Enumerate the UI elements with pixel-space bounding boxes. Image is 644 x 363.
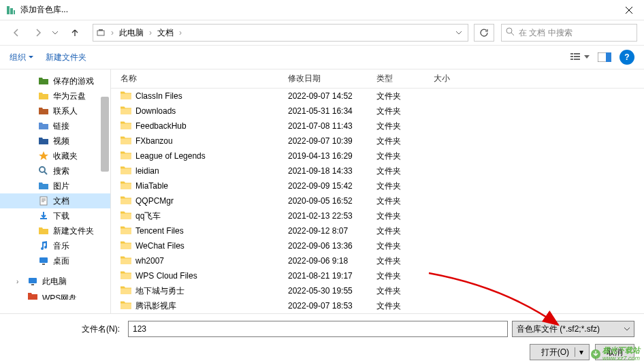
file-row[interactable]: qq飞车2021-02-13 22:53文件夹 (111, 208, 644, 223)
breadcrumb-current[interactable]: 文档 (155, 26, 176, 40)
breadcrumb-root[interactable]: 此电脑 (116, 26, 146, 40)
file-row[interactable]: WPS Cloud Files2021-08-21 19:17文件夹 (111, 268, 644, 283)
file-date: 2022-09-06 9:18 (288, 256, 376, 266)
svg-rect-11 (574, 59, 580, 60)
history-dropdown[interactable] (50, 31, 60, 35)
file-row[interactable]: QQPCMgr2020-09-05 16:52文件夹 (111, 193, 644, 208)
file-type: 文件夹 (376, 240, 434, 252)
search-icon (38, 165, 49, 176)
svg-rect-2 (14, 10, 15, 14)
file-date: 2022-09-07 14:52 (288, 91, 376, 101)
folder-icon (120, 195, 131, 207)
new-folder-button[interactable]: 新建文件夹 (46, 52, 86, 63)
file-name: FeedbackHub (135, 121, 187, 131)
sidebar-item-link[interactable]: 链接 (0, 119, 110, 133)
star-icon (38, 151, 49, 161)
sidebar-item-star[interactable]: 收藏夹 (0, 148, 110, 163)
sidebar-item-contacts[interactable]: 联系人 (0, 104, 110, 119)
sidebar-item-doc[interactable]: 文档 (0, 193, 110, 208)
svg-rect-4 (99, 29, 103, 31)
scrollbar-thumb[interactable] (101, 97, 109, 172)
file-row[interactable]: Tencent Files2022-09-12 8:07文件夹 (111, 223, 644, 238)
sidebar-item-folder[interactable]: 新建文件夹 (0, 223, 110, 238)
picture-icon (38, 180, 49, 191)
file-name: Tencent Files (135, 226, 184, 236)
close-button[interactable] (613, 0, 644, 20)
desktop-icon (38, 255, 49, 266)
cancel-button[interactable]: 取消 (595, 344, 634, 360)
folder-icon (38, 225, 49, 236)
folder-icon (120, 165, 131, 177)
svg-rect-8 (570, 56, 573, 57)
open-dropdown-icon[interactable]: ▾ (575, 347, 583, 357)
file-row[interactable]: League of Legends2019-04-13 16:29文件夹 (111, 148, 644, 163)
expand-icon[interactable]: › (16, 278, 18, 285)
column-date[interactable]: 修改日期 (288, 73, 376, 84)
folder-icon (120, 106, 131, 117)
file-row[interactable]: FXbanzou2022-09-07 10:39文件夹 (111, 133, 644, 148)
sidebar-item-label: 此电脑 (42, 276, 67, 287)
open-button[interactable]: 打开(O)▾ (530, 344, 590, 360)
sidebar-item-music[interactable]: 音乐 (0, 238, 110, 253)
svg-rect-10 (570, 59, 573, 60)
sidebar-item-label: 文档 (53, 195, 69, 207)
refresh-button[interactable] (474, 24, 494, 42)
breadcrumb-dropdown[interactable] (453, 31, 465, 35)
column-size[interactable]: 大小 (434, 73, 488, 84)
sidebar-item-label: 图片 (53, 180, 69, 192)
help-button[interactable]: ? (619, 50, 634, 65)
file-row[interactable]: FeedbackHub2021-07-08 11:43文件夹 (111, 119, 644, 133)
sidebar-item-pc[interactable]: ›此电脑 (0, 274, 110, 289)
game-icon (38, 76, 49, 86)
svg-rect-6 (570, 53, 573, 54)
file-row[interactable]: 地下城与勇士2022-05-30 19:55文件夹 (111, 283, 644, 298)
search-input[interactable]: 在 文档 中搜索 (501, 24, 637, 42)
view-mode-button[interactable] (570, 52, 590, 63)
file-date: 2021-08-21 19:17 (288, 271, 376, 281)
sidebar-item-game[interactable]: 保存的游戏 (0, 74, 110, 89)
back-button[interactable] (7, 24, 26, 42)
file-name: WeChat Files (135, 241, 184, 251)
file-name: FXbanzou (135, 136, 173, 146)
up-button[interactable] (65, 24, 84, 42)
sidebar-item-desktop[interactable]: 桌面 (0, 253, 110, 268)
content-area: 保存的游戏华为云盘联系人链接视频收藏夹搜索图片文档下载新建文件夹音乐桌面›此电脑… (0, 69, 644, 313)
sidebar-item-wps[interactable]: WPS网盘 (0, 289, 110, 304)
app-icon (5, 5, 16, 16)
chevron-right-icon: › (176, 28, 184, 37)
file-type: 文件夹 (376, 195, 434, 207)
sidebar-item-label: 视频 (53, 136, 69, 147)
breadcrumb[interactable]: › 此电脑 › 文档 › (93, 24, 468, 42)
svg-point-5 (506, 28, 512, 33)
folder-icon (120, 270, 131, 282)
bottom-panel: 文件名(N): 音色库文件 (*.sf2;*.sfz) 打开(O)▾ 取消 (0, 313, 644, 363)
download-icon (38, 210, 49, 221)
column-name[interactable]: 名称 (111, 73, 288, 84)
column-type[interactable]: 类型 (376, 73, 434, 84)
preview-pane-button[interactable] (598, 52, 611, 62)
file-name: 地下城与勇士 (135, 285, 184, 297)
organize-button[interactable]: 组织 (10, 52, 33, 63)
sidebar-item-download[interactable]: 下载 (0, 208, 110, 223)
folder-icon (38, 91, 49, 101)
filetype-filter[interactable]: 音色库文件 (*.sf2;*.sfz) (512, 321, 634, 337)
file-row[interactable]: MiaTable2022-09-09 15:42文件夹 (111, 178, 644, 193)
file-row[interactable]: leidian2021-09-18 14:33文件夹 (111, 163, 644, 178)
sidebar-item-video[interactable]: 视频 (0, 133, 110, 148)
file-row[interactable]: Downloads2021-05-31 16:34文件夹 (111, 104, 644, 119)
sidebar-item-folder[interactable]: 华为云盘 (0, 89, 110, 104)
filename-input[interactable] (128, 321, 508, 337)
sidebar-item-picture[interactable]: 图片 (0, 178, 110, 193)
file-row[interactable]: wh20072022-09-06 9:18文件夹 (111, 253, 644, 268)
file-row[interactable]: WeChat Files2022-09-06 13:36文件夹 (111, 238, 644, 253)
file-name: QQPCMgr (135, 196, 174, 206)
sidebar-item-search[interactable]: 搜索 (0, 163, 110, 178)
sidebar-item-label: 音乐 (53, 240, 69, 252)
file-row[interactable]: 腾讯影视库2022-09-07 18:53文件夹 (111, 298, 644, 313)
file-date: 2021-09-18 14:33 (288, 166, 376, 176)
file-row[interactable]: ClassIn Files2022-09-07 14:52文件夹 (111, 89, 644, 104)
chevron-right-icon: › (146, 28, 155, 37)
forward-button[interactable] (29, 24, 48, 42)
filename-label: 文件名(N): (10, 323, 124, 335)
folder-icon (120, 136, 131, 147)
